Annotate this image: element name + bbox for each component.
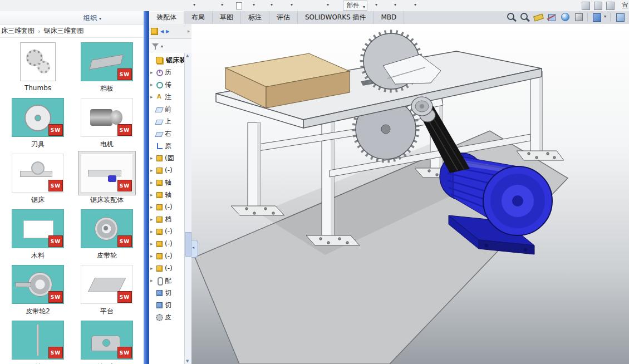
solidworks-badge: SW (117, 68, 132, 80)
tree-scrollbar[interactable] (184, 53, 191, 364)
expand-arrow-icon[interactable] (150, 94, 156, 100)
command-tab[interactable]: MBD (374, 11, 404, 24)
expand-arrow-icon[interactable] (150, 217, 156, 222)
section-icon[interactable] (546, 12, 558, 23)
menu-dropdown-icon[interactable] (326, 2, 332, 9)
file-item[interactable]: SW轴 (4, 321, 71, 364)
expand-arrow-icon[interactable] (150, 180, 156, 185)
tree-item[interactable]: 注 (149, 91, 185, 103)
scene-icon[interactable] (572, 12, 584, 23)
file-item[interactable]: SW锯床装配体 (73, 154, 140, 205)
application-window: 部件 宣 组织 床三维套图 锯床三维套图 ThumbsSW档板SW刀具SW电机S… (0, 0, 629, 364)
file-item[interactable]: SW锯床 (4, 154, 71, 205)
tree-item[interactable]: 皮 (149, 311, 185, 323)
tree-item[interactable]: 切 (149, 299, 185, 311)
breadcrumb-current[interactable]: 锯床三维套图 (43, 26, 83, 36)
file-item[interactable]: SW皮带轮2 (4, 265, 71, 316)
menu-dropdown-icon[interactable] (220, 2, 227, 9)
command-tab[interactable]: SOLIDWORKS 插件 (298, 11, 374, 24)
filter-dropdown-icon[interactable]: ▾ (161, 44, 163, 49)
tree-item[interactable]: 轴 (149, 176, 185, 189)
tree-item[interactable]: (-) (149, 262, 185, 274)
tree-item[interactable]: 前 (149, 103, 185, 115)
tree-item[interactable]: (-) (149, 250, 185, 262)
window-edge-splitter[interactable] (144, 11, 149, 364)
tree-item[interactable]: (固 (149, 152, 185, 164)
expand-arrow-icon[interactable] (150, 253, 156, 259)
tree-item[interactable]: 右 (149, 127, 185, 140)
menu-dropdown-icon[interactable] (374, 2, 381, 9)
command-tab[interactable]: 标注 (241, 11, 269, 24)
menu-dropdown-icon[interactable] (192, 2, 199, 9)
titlebar-partial-label: 宣 (622, 1, 628, 11)
menu-dropdown-icon[interactable] (252, 2, 258, 9)
expand-arrow-icon[interactable] (150, 192, 156, 198)
file-item[interactable]: SW皮带轮 (73, 209, 140, 260)
menu-dropdown-icon[interactable] (269, 2, 276, 9)
command-tab[interactable]: 布局 (184, 11, 213, 24)
organize-button[interactable]: 组织 (83, 13, 101, 23)
solidworks-badge: SW (48, 235, 63, 247)
titlebar-icon[interactable] (594, 2, 602, 10)
zoom-fit-icon[interactable] (519, 12, 531, 23)
file-item[interactable]: SW木料 (4, 209, 71, 260)
tree-item[interactable]: 原 (149, 140, 185, 152)
tab-scroll-right-icon[interactable]: ▶ (166, 29, 169, 34)
panel-collapse-tab[interactable] (191, 240, 198, 258)
zoom-area-icon[interactable] (505, 12, 518, 23)
tree-item[interactable]: 轴 (149, 189, 185, 201)
filter-funnel-icon[interactable] (152, 43, 159, 50)
expand-arrow-icon[interactable] (150, 82, 156, 87)
expand-arrow-icon[interactable] (150, 155, 156, 161)
command-tab[interactable]: 草图 (213, 11, 241, 24)
tree-item-label: (-) (165, 240, 173, 248)
tree-item[interactable]: (-) (149, 225, 185, 238)
tree-root-item[interactable]: 锯床装 (149, 54, 185, 66)
tree-item-label: 切 (165, 301, 171, 310)
file-item[interactable]: SW刀具 (4, 98, 71, 149)
menu-bar: 部件 宣 (0, 0, 629, 12)
new-document-icon[interactable] (235, 2, 243, 9)
tree-item[interactable]: 传 (149, 78, 185, 91)
part-menu-button[interactable]: 部件 (343, 1, 367, 11)
expand-arrow-icon[interactable] (150, 265, 156, 271)
titlebar-icon[interactable] (606, 2, 615, 10)
breadcrumb-root[interactable]: 床三维套图 (1, 26, 35, 36)
expand-arrow-icon[interactable] (150, 278, 156, 283)
menu-dropdown-icon[interactable] (413, 2, 420, 9)
tree-item[interactable]: 档 (149, 213, 185, 225)
settings-icon[interactable] (591, 12, 607, 23)
command-tab[interactable]: 评估 (269, 11, 298, 24)
tree-item[interactable]: 切 (149, 287, 185, 299)
3d-viewport[interactable] (191, 24, 629, 364)
file-item[interactable]: SW平台 (73, 265, 140, 316)
expand-arrow-icon[interactable] (150, 241, 156, 247)
expand-arrow-icon[interactable] (150, 229, 156, 234)
file-item[interactable]: SW轴承架 (73, 321, 140, 364)
expand-arrow-icon[interactable] (150, 70, 156, 75)
tree-item[interactable]: 上 (149, 115, 185, 127)
cube-icon[interactable] (613, 12, 626, 23)
tree-item[interactable]: (-) (149, 201, 185, 213)
tree-item[interactable]: (-) (149, 238, 185, 250)
menu-dropdown-icon[interactable] (289, 2, 296, 9)
tab-overflow-icon[interactable]: » (186, 28, 190, 34)
tree-item[interactable]: 配 (149, 274, 185, 287)
file-item[interactable]: SW电机 (73, 98, 140, 149)
belt-icon (156, 314, 163, 321)
menu-dropdown-icon[interactable] (393, 2, 400, 9)
file-item[interactable]: Thumbs (4, 42, 71, 94)
file-item[interactable]: SW档板 (73, 42, 140, 94)
tree-item[interactable]: (-) (149, 164, 185, 176)
scrollbar-thumb[interactable] (185, 232, 191, 257)
tree-item[interactable]: 历 (149, 66, 185, 78)
history-icon (156, 69, 163, 76)
titlebar-icon[interactable] (582, 2, 590, 10)
feature-tree-tab-icon[interactable] (151, 28, 158, 35)
tab-scroll-left-icon[interactable]: ◀ (160, 29, 164, 34)
expand-arrow-icon[interactable] (150, 204, 156, 210)
expand-arrow-icon[interactable] (150, 168, 156, 173)
appearance-icon[interactable] (559, 12, 571, 23)
command-tab[interactable]: 装配体 (149, 11, 184, 24)
measure-icon[interactable] (532, 12, 544, 23)
